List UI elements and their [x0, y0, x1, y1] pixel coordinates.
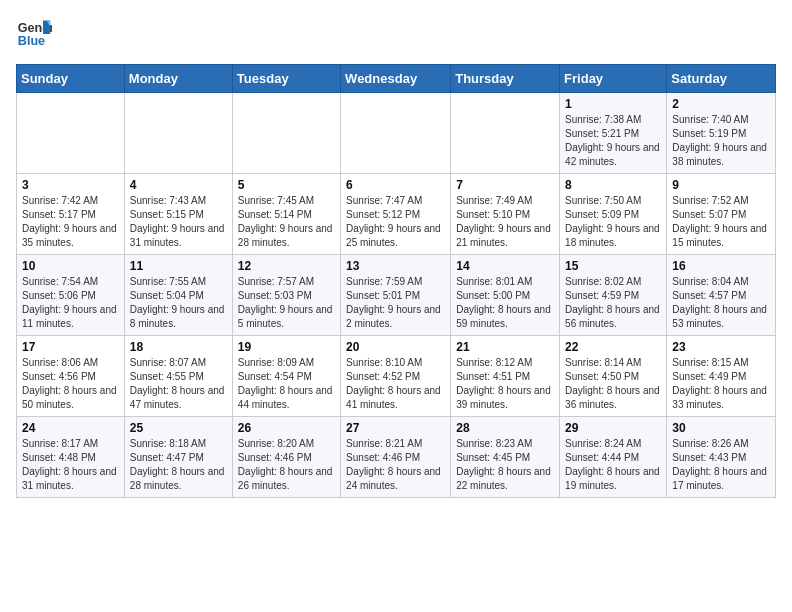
- calendar-cell: 23Sunrise: 8:15 AM Sunset: 4:49 PM Dayli…: [667, 336, 776, 417]
- calendar-cell: [17, 93, 125, 174]
- calendar-week-row: 17Sunrise: 8:06 AM Sunset: 4:56 PM Dayli…: [17, 336, 776, 417]
- day-number: 9: [672, 178, 770, 192]
- calendar-cell: 9Sunrise: 7:52 AM Sunset: 5:07 PM Daylig…: [667, 174, 776, 255]
- calendar-week-row: 1Sunrise: 7:38 AM Sunset: 5:21 PM Daylig…: [17, 93, 776, 174]
- logo-icon: General Blue: [16, 16, 52, 52]
- day-info: Sunrise: 8:18 AM Sunset: 4:47 PM Dayligh…: [130, 437, 227, 493]
- day-info: Sunrise: 7:45 AM Sunset: 5:14 PM Dayligh…: [238, 194, 335, 250]
- calendar-cell: 12Sunrise: 7:57 AM Sunset: 5:03 PM Dayli…: [232, 255, 340, 336]
- calendar-cell: 29Sunrise: 8:24 AM Sunset: 4:44 PM Dayli…: [560, 417, 667, 498]
- day-number: 15: [565, 259, 661, 273]
- day-number: 20: [346, 340, 445, 354]
- calendar-cell: [124, 93, 232, 174]
- calendar-cell: 6Sunrise: 7:47 AM Sunset: 5:12 PM Daylig…: [341, 174, 451, 255]
- day-number: 5: [238, 178, 335, 192]
- header-friday: Friday: [560, 65, 667, 93]
- calendar-cell: [341, 93, 451, 174]
- day-info: Sunrise: 7:57 AM Sunset: 5:03 PM Dayligh…: [238, 275, 335, 331]
- day-number: 7: [456, 178, 554, 192]
- day-number: 25: [130, 421, 227, 435]
- calendar-cell: 5Sunrise: 7:45 AM Sunset: 5:14 PM Daylig…: [232, 174, 340, 255]
- calendar-cell: 1Sunrise: 7:38 AM Sunset: 5:21 PM Daylig…: [560, 93, 667, 174]
- calendar-cell: 27Sunrise: 8:21 AM Sunset: 4:46 PM Dayli…: [341, 417, 451, 498]
- day-info: Sunrise: 7:52 AM Sunset: 5:07 PM Dayligh…: [672, 194, 770, 250]
- day-info: Sunrise: 8:21 AM Sunset: 4:46 PM Dayligh…: [346, 437, 445, 493]
- header-monday: Monday: [124, 65, 232, 93]
- day-info: Sunrise: 7:40 AM Sunset: 5:19 PM Dayligh…: [672, 113, 770, 169]
- calendar-cell: 21Sunrise: 8:12 AM Sunset: 4:51 PM Dayli…: [451, 336, 560, 417]
- header-thursday: Thursday: [451, 65, 560, 93]
- day-number: 29: [565, 421, 661, 435]
- calendar-cell: 26Sunrise: 8:20 AM Sunset: 4:46 PM Dayli…: [232, 417, 340, 498]
- calendar-cell: [451, 93, 560, 174]
- day-info: Sunrise: 7:59 AM Sunset: 5:01 PM Dayligh…: [346, 275, 445, 331]
- day-info: Sunrise: 7:47 AM Sunset: 5:12 PM Dayligh…: [346, 194, 445, 250]
- day-info: Sunrise: 7:43 AM Sunset: 5:15 PM Dayligh…: [130, 194, 227, 250]
- header-sunday: Sunday: [17, 65, 125, 93]
- day-number: 24: [22, 421, 119, 435]
- day-number: 8: [565, 178, 661, 192]
- calendar-cell: 7Sunrise: 7:49 AM Sunset: 5:10 PM Daylig…: [451, 174, 560, 255]
- day-info: Sunrise: 8:07 AM Sunset: 4:55 PM Dayligh…: [130, 356, 227, 412]
- calendar-header-row: SundayMondayTuesdayWednesdayThursdayFrid…: [17, 65, 776, 93]
- day-info: Sunrise: 8:09 AM Sunset: 4:54 PM Dayligh…: [238, 356, 335, 412]
- day-info: Sunrise: 8:24 AM Sunset: 4:44 PM Dayligh…: [565, 437, 661, 493]
- calendar-cell: [232, 93, 340, 174]
- day-number: 4: [130, 178, 227, 192]
- day-info: Sunrise: 7:42 AM Sunset: 5:17 PM Dayligh…: [22, 194, 119, 250]
- calendar-cell: 28Sunrise: 8:23 AM Sunset: 4:45 PM Dayli…: [451, 417, 560, 498]
- day-info: Sunrise: 8:01 AM Sunset: 5:00 PM Dayligh…: [456, 275, 554, 331]
- day-number: 2: [672, 97, 770, 111]
- day-info: Sunrise: 8:23 AM Sunset: 4:45 PM Dayligh…: [456, 437, 554, 493]
- day-info: Sunrise: 8:12 AM Sunset: 4:51 PM Dayligh…: [456, 356, 554, 412]
- header-saturday: Saturday: [667, 65, 776, 93]
- day-info: Sunrise: 8:14 AM Sunset: 4:50 PM Dayligh…: [565, 356, 661, 412]
- calendar-cell: 8Sunrise: 7:50 AM Sunset: 5:09 PM Daylig…: [560, 174, 667, 255]
- day-info: Sunrise: 8:15 AM Sunset: 4:49 PM Dayligh…: [672, 356, 770, 412]
- calendar-cell: 13Sunrise: 7:59 AM Sunset: 5:01 PM Dayli…: [341, 255, 451, 336]
- calendar-cell: 10Sunrise: 7:54 AM Sunset: 5:06 PM Dayli…: [17, 255, 125, 336]
- day-number: 17: [22, 340, 119, 354]
- day-number: 1: [565, 97, 661, 111]
- calendar-cell: 3Sunrise: 7:42 AM Sunset: 5:17 PM Daylig…: [17, 174, 125, 255]
- day-info: Sunrise: 8:26 AM Sunset: 4:43 PM Dayligh…: [672, 437, 770, 493]
- calendar-cell: 15Sunrise: 8:02 AM Sunset: 4:59 PM Dayli…: [560, 255, 667, 336]
- day-info: Sunrise: 7:55 AM Sunset: 5:04 PM Dayligh…: [130, 275, 227, 331]
- calendar-week-row: 10Sunrise: 7:54 AM Sunset: 5:06 PM Dayli…: [17, 255, 776, 336]
- svg-text:Blue: Blue: [18, 34, 45, 48]
- day-info: Sunrise: 7:50 AM Sunset: 5:09 PM Dayligh…: [565, 194, 661, 250]
- calendar-cell: 20Sunrise: 8:10 AM Sunset: 4:52 PM Dayli…: [341, 336, 451, 417]
- day-info: Sunrise: 8:04 AM Sunset: 4:57 PM Dayligh…: [672, 275, 770, 331]
- day-number: 14: [456, 259, 554, 273]
- calendar-cell: 11Sunrise: 7:55 AM Sunset: 5:04 PM Dayli…: [124, 255, 232, 336]
- day-number: 6: [346, 178, 445, 192]
- calendar-cell: 4Sunrise: 7:43 AM Sunset: 5:15 PM Daylig…: [124, 174, 232, 255]
- page-header: General Blue: [16, 16, 776, 52]
- day-number: 19: [238, 340, 335, 354]
- day-number: 27: [346, 421, 445, 435]
- calendar-cell: 14Sunrise: 8:01 AM Sunset: 5:00 PM Dayli…: [451, 255, 560, 336]
- calendar-week-row: 24Sunrise: 8:17 AM Sunset: 4:48 PM Dayli…: [17, 417, 776, 498]
- day-number: 16: [672, 259, 770, 273]
- day-number: 21: [456, 340, 554, 354]
- day-info: Sunrise: 8:17 AM Sunset: 4:48 PM Dayligh…: [22, 437, 119, 493]
- header-tuesday: Tuesday: [232, 65, 340, 93]
- day-number: 23: [672, 340, 770, 354]
- calendar-cell: 16Sunrise: 8:04 AM Sunset: 4:57 PM Dayli…: [667, 255, 776, 336]
- calendar-cell: 17Sunrise: 8:06 AM Sunset: 4:56 PM Dayli…: [17, 336, 125, 417]
- calendar-cell: 18Sunrise: 8:07 AM Sunset: 4:55 PM Dayli…: [124, 336, 232, 417]
- day-info: Sunrise: 8:06 AM Sunset: 4:56 PM Dayligh…: [22, 356, 119, 412]
- logo: General Blue: [16, 16, 52, 52]
- day-number: 10: [22, 259, 119, 273]
- calendar-cell: 22Sunrise: 8:14 AM Sunset: 4:50 PM Dayli…: [560, 336, 667, 417]
- calendar-cell: 30Sunrise: 8:26 AM Sunset: 4:43 PM Dayli…: [667, 417, 776, 498]
- day-number: 22: [565, 340, 661, 354]
- calendar-cell: 24Sunrise: 8:17 AM Sunset: 4:48 PM Dayli…: [17, 417, 125, 498]
- day-number: 18: [130, 340, 227, 354]
- day-info: Sunrise: 7:49 AM Sunset: 5:10 PM Dayligh…: [456, 194, 554, 250]
- day-info: Sunrise: 7:38 AM Sunset: 5:21 PM Dayligh…: [565, 113, 661, 169]
- day-number: 28: [456, 421, 554, 435]
- calendar-week-row: 3Sunrise: 7:42 AM Sunset: 5:17 PM Daylig…: [17, 174, 776, 255]
- day-number: 26: [238, 421, 335, 435]
- day-number: 11: [130, 259, 227, 273]
